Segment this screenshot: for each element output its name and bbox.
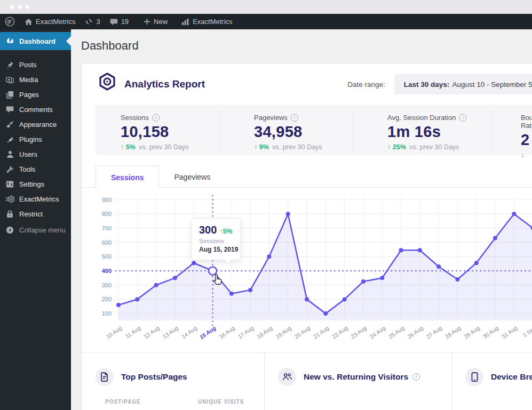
tab-sessions[interactable]: Sessions [96,166,159,188]
stat-change: ↑ 25% vs. prev 30 Days [387,143,466,151]
collapse-icon [5,226,14,234]
screenshot-frame: ExactMetrics 3 19 New ExactMetrics [0,0,532,410]
sidebar-item-exactmetrics[interactable]: ExactMetrics [0,191,71,206]
sidebar-item-pages[interactable]: Pages [0,87,71,102]
svg-text:400: 400 [102,268,112,274]
sidebar-item-plugins[interactable]: Plugins [0,132,71,147]
sidebar-item-label: Comments [19,106,53,114]
sidebar-item-label: Tools [19,165,35,173]
date-range-picker[interactable]: Last 30 days: August 10 - September 5, 2… [394,74,532,94]
svg-text:31 Aug: 31 Aug [501,325,519,340]
comments-menu[interactable]: 19 [105,14,133,29]
analytics-report-card: Analytics Report Date range: Last 30 day… [81,63,532,410]
svg-text:10 Aug: 10 Aug [105,325,123,340]
svg-text:1 Sep: 1 Sep [521,325,532,339]
stat-bounce-rate: Bounce Ratei2↓ [521,114,532,159]
sidebar-item-restrict[interactable]: Restrict [0,206,71,221]
settings-icon [5,180,14,188]
document-icon [96,368,114,386]
window-titlebar [0,0,532,14]
svg-text:14 Aug: 14 Aug [180,325,198,340]
svg-text:22 Aug: 22 Aug [331,325,349,340]
info-icon[interactable]: i [291,114,298,122]
sidebar-item-comments[interactable]: Comments [0,102,71,117]
sidebar-item-label: Pages [19,91,39,99]
media-icon [5,76,14,83]
svg-text:26 Aug: 26 Aug [406,325,424,340]
sidebar-item-label: Appearance [19,120,57,128]
stat-label: Avg. Session Duration [387,114,456,122]
site-name-menu[interactable]: ExactMetrics [20,14,80,29]
sidebar-item-settings[interactable]: Settings [0,176,71,191]
stat-change: ↑ 9% vs. prev 30 Days [254,143,322,151]
sidebar-item-label: Restrict [19,210,43,218]
svg-text:16 Aug: 16 Aug [218,325,236,340]
comment-icon [5,106,14,113]
pages-icon [5,91,14,99]
column-header-post-page: POST/PAGE [105,399,141,405]
stat-value: 34,958 [254,123,322,141]
updates-menu[interactable]: 3 [80,14,105,29]
new-content-menu[interactable]: New [139,14,172,29]
window-maximize-button[interactable] [25,5,29,9]
plug-icon [5,135,14,143]
info-icon[interactable]: i [412,373,420,381]
sidebar-item-users[interactable]: Users [0,147,71,162]
sidebar-item-collapse-menu[interactable]: Collapse menu [0,222,71,237]
sessions-line-chart[interactable]: 10020030040050060070080090010 Aug11 Aug1… [82,191,532,352]
device-breakdown-widget: Device Breakdown [451,353,532,410]
svg-text:800: 800 [102,211,112,217]
lock-icon [5,210,14,218]
hand-cursor-icon [211,273,224,289]
sidebar-item-label: Collapse menu [19,226,66,234]
sidebar-item-dashboard[interactable]: Dashboard [0,32,71,50]
site-name-label: ExactMetrics [36,18,75,26]
main-content: Dashboard [71,29,532,410]
sidebar-item-tools[interactable]: Tools [0,162,71,176]
stat-label: Bounce Rate [521,114,532,130]
window-minimize-button[interactable] [18,5,22,9]
updates-count: 3 [96,18,100,26]
svg-text:17 Aug: 17 Aug [237,325,255,340]
svg-text:21 Aug: 21 Aug [312,325,330,340]
visitors-widget: New vs. Returning Visitors i [264,353,451,410]
svg-text:13 Aug: 13 Aug [161,325,179,340]
wp-logo-menu[interactable] [0,14,20,29]
svg-text:600: 600 [102,239,112,246]
stat-label: Sessions [121,114,149,122]
sidebar-item-label: Posts [19,61,37,69]
svg-text:11 Aug: 11 Aug [124,325,141,340]
exactmetrics-logo [92,72,117,97]
info-icon[interactable]: i [459,114,466,122]
tooltip-series: Sessions [199,238,240,244]
comment-bubble-icon [110,18,118,26]
visitors-icon [278,368,296,386]
sidebar-item-label: Settings [19,180,44,188]
stat-divider [492,110,493,150]
sidebar-item-posts[interactable]: Posts [0,57,71,72]
wp-admin-bar: ExactMetrics 3 19 New ExactMetrics [0,14,532,29]
dashboard-icon [5,37,14,45]
exactmetrics-toolbar-menu[interactable]: ExactMetrics [177,14,237,29]
sidebar-item-media[interactable]: Media [0,72,71,87]
column-header-unique-visits: UNIQUE VISITS [198,399,244,405]
sidebar-item-label: ExactMetrics [19,195,59,203]
info-icon[interactable]: i [152,114,160,122]
stat-value: 10,158 [121,123,188,141]
svg-text:24 Aug: 24 Aug [369,325,387,340]
sidebar-item-appearance[interactable]: Appearance [0,117,71,132]
bar-chart-icon [181,18,189,26]
tab-pageviews[interactable]: Pageviews [159,166,225,188]
chart-canvas[interactable]: 10020030040050060070080090010 Aug11 Aug1… [82,191,532,352]
window-close-button[interactable] [10,5,14,9]
svg-text:28 Aug: 28 Aug [444,325,462,340]
stat-value: 1m 16s [387,123,466,141]
svg-text:200: 200 [102,296,112,302]
widget-title: Top Posts/Pages [121,372,187,382]
pin-icon [5,61,14,69]
svg-text:27 Aug: 27 Aug [425,325,443,340]
svg-text:100: 100 [102,310,112,317]
svg-text:29 Aug: 29 Aug [463,325,481,340]
svg-text:900: 900 [102,197,112,203]
tooltip-date: Aug 15, 2019 [199,246,240,253]
